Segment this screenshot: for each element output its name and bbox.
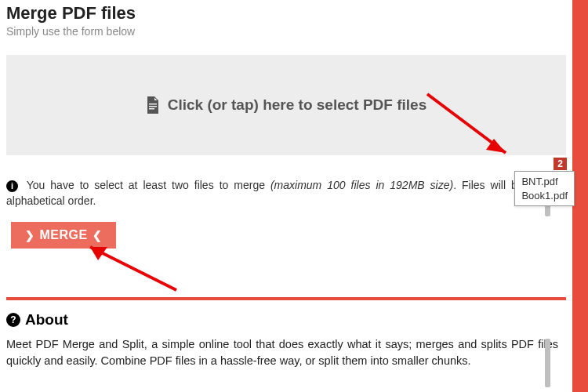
- file-list-popup: BNT.pdf Book1.pdf: [514, 171, 575, 206]
- svg-marker-3: [90, 247, 107, 260]
- info-text: i You have to select at least two files …: [6, 177, 566, 209]
- file-count-badge[interactable]: 2: [554, 158, 567, 170]
- section-divider: [6, 297, 566, 300]
- dropzone-label: Click (or tap) here to select PDF files: [168, 96, 426, 114]
- info-icon: i: [6, 180, 18, 192]
- page-subtitle: Simply use the form below: [6, 25, 566, 38]
- file-item: Book1.pdf: [521, 189, 568, 203]
- svg-line-2: [90, 247, 176, 290]
- chevron-left-icon: ❮: [93, 229, 103, 241]
- pdf-file-icon: [146, 96, 160, 114]
- scrollbar-thumb[interactable]: [545, 339, 550, 387]
- right-accent-band: [572, 0, 588, 392]
- chevron-right-icon: ❯: [25, 229, 35, 241]
- merge-button-label: MERGE: [40, 228, 88, 242]
- about-heading: About: [25, 311, 68, 328]
- about-text: Meet PDF Merge and Split, a simple onlin…: [6, 336, 566, 369]
- page-title: Merge PDF files: [6, 3, 566, 24]
- file-dropzone[interactable]: Click (or tap) here to select PDF files: [6, 55, 566, 155]
- file-item: BNT.pdf: [521, 175, 568, 189]
- merge-button[interactable]: ❯ MERGE ❮: [11, 222, 116, 249]
- question-icon: ?: [6, 313, 20, 327]
